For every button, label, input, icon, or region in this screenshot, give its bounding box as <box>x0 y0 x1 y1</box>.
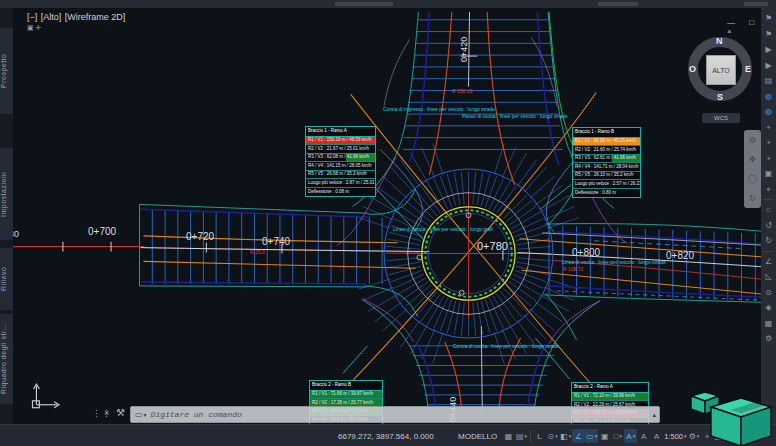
ribbon-strip <box>0 0 776 8</box>
viewcube-east[interactable]: E <box>745 64 751 74</box>
command-input[interactable]: Digitare un comando <box>151 410 242 419</box>
command-bar[interactable]: ▭ ▾ Digitare un comando ▴ <box>130 406 660 423</box>
dyninput-icon[interactable]: ▣ <box>598 432 611 441</box>
chevron-down-icon: ▾ <box>619 433 622 439</box>
command-history-caret[interactable]: ▾ <box>144 411 147 418</box>
viewcube-top-face[interactable]: ALTO <box>706 55 736 85</box>
pan-globe-icon[interactable]: ◍ <box>762 89 775 105</box>
pin-icon[interactable]: ⌖ <box>762 182 775 198</box>
ribbon-tab-mark <box>598 2 638 6</box>
ribbon-tab-mark <box>335 2 393 6</box>
scale-value[interactable]: 1:500▾ <box>663 432 687 441</box>
undo-icon[interactable]: ↺ <box>762 218 775 234</box>
navigation-bar[interactable]: ◍ ✥ ◯ ↻ <box>744 130 761 208</box>
close-icon[interactable]: × <box>727 27 738 36</box>
autoscale-icon[interactable]: A <box>637 432 650 441</box>
angle-icon[interactable]: ∠ <box>762 254 775 270</box>
stretch-icon[interactable]: + <box>762 151 775 167</box>
zoom-icon[interactable]: ◯ <box>748 174 757 183</box>
viewport-visualstyle-control[interactable]: [Wireframe 2D] <box>65 12 126 22</box>
command-expand-icon[interactable]: ▴ <box>652 411 656 419</box>
wcs-dropdown[interactable]: WCS <box>702 113 740 123</box>
selectioncycling-icon[interactable]: □▾ <box>611 432 624 441</box>
iso-icon[interactable]: ◧▾ <box>559 432 572 441</box>
command-prompt-icon: ▭ <box>135 410 143 419</box>
table-row: R5 / V5 : 26.68 m / 35.3 km/h <box>306 171 375 180</box>
table-title: Braccio 1 - Ramo A <box>306 127 375 137</box>
annoscale-icon[interactable]: A <box>650 432 663 441</box>
gear-tool-icon[interactable]: ⚙ <box>762 331 775 347</box>
table-row: R5 / V5 : 26.10 m / 35.2 km/h <box>573 172 640 181</box>
steering-wheel-icon[interactable]: ◍ <box>749 135 756 144</box>
orbit-globe-icon[interactable]: ◍ <box>762 104 775 120</box>
table-row: R2 / V2 : 21.67 m / 25.01 km/h <box>306 145 375 154</box>
station-label-0700: 0+700 <box>88 226 116 237</box>
palette-tab-rilievo[interactable]: Rilievo <box>0 248 13 310</box>
grid-tool-icon[interactable]: ▦ <box>762 316 775 332</box>
palette-tab-riquadro[interactable]: Riquadro degli str... <box>0 314 13 404</box>
grid-icon[interactable]: ▦ <box>502 432 515 441</box>
station-label-0800: 0+800 <box>572 247 600 258</box>
annotation-lane-left: Linee di corsia : linee per veicolo : lu… <box>393 226 493 232</box>
panel-icon[interactable]: ▣ <box>762 166 775 182</box>
chevron-down-icon: ▾ <box>555 433 558 439</box>
osnap-icon[interactable]: ▭▾ <box>585 429 598 443</box>
pan-icon[interactable]: ✥ <box>749 155 756 164</box>
annotation-radius-top: R 150.19 <box>452 88 472 94</box>
command-bar-customize-icon[interactable]: ⚒ <box>116 407 125 418</box>
ucs-icon <box>32 384 59 408</box>
table-row: Deflessione : 0.08 m <box>306 188 375 196</box>
palette-tab-impostazioni[interactable]: Impostazioni <box>0 148 13 240</box>
select-icon[interactable]: ▶ <box>762 42 775 58</box>
table-row: R1 / V1 : 98.98 m / 45.25 km/h <box>573 138 640 147</box>
otrack-icon[interactable]: ∠ <box>572 429 585 443</box>
command-bar-close-icon[interactable]: × <box>104 408 109 418</box>
select2-icon[interactable]: ▶ <box>762 58 775 74</box>
table-title: Braccio 2 - Ramo A <box>572 383 648 393</box>
copy-icon[interactable]: + <box>762 135 775 151</box>
station-label-0780: 0+780 <box>477 240 508 252</box>
viewport-minus-control[interactable]: [−] <box>27 12 37 22</box>
table-row: R4 / V4 : 141.71 m / 28.04 km/h <box>573 163 640 172</box>
viewport-view-control[interactable]: [Alto] <box>41 12 62 22</box>
slope-icon[interactable]: ◺ <box>762 269 775 285</box>
orbit-icon[interactable]: ↻ <box>749 194 756 203</box>
toolbar-divider <box>763 251 774 252</box>
toolbar-divider <box>763 199 774 200</box>
table-row: R1 / V1 : 72.10 m / 39.96 km/h <box>572 393 648 402</box>
swept-path-red <box>429 12 520 409</box>
polar-icon[interactable]: ⊙▾ <box>546 432 559 441</box>
minimize-icon[interactable]: — <box>727 18 741 27</box>
sheets-icon[interactable]: ▤ <box>762 73 775 89</box>
station-label-0720: 0+720 <box>186 231 214 242</box>
center-icon[interactable]: ⊙ <box>762 285 775 301</box>
road-edge-navy <box>141 12 770 409</box>
region-icon[interactable]: ◈ <box>762 300 775 316</box>
check-table-braccio1-ramoA: Braccio 1 - Ramo A R1 / V1 : 150.19 m / … <box>305 126 376 197</box>
viewcube-west[interactable]: O <box>689 64 696 74</box>
snap-icon[interactable]: ▤▾ <box>515 432 528 441</box>
annotation-exit-right: Linea di uscita : linee per veicolo : lu… <box>562 259 666 265</box>
ortho-icon[interactable]: L <box>533 432 546 441</box>
table-row: Luogo più veloce : 2.57 m / 26.23 km/h <box>573 180 640 189</box>
table-row: R4 / V4 : 141.15 m / 28.05 km/h <box>306 162 375 171</box>
annotation-exit-bottom: Corsia di uscita : linee per veicolo : l… <box>453 343 559 349</box>
move-icon[interactable]: + <box>762 120 775 136</box>
annotation-radius-left: R 25.0 <box>250 249 265 255</box>
viewport-mini-icons: ▣✛ <box>27 24 43 32</box>
redo-icon[interactable]: ↻ <box>762 233 775 249</box>
drawing-canvas[interactable] <box>0 8 776 446</box>
annotation-radius-right: R 108.72 <box>563 266 583 272</box>
annotation-entry: Corsia di ingresso : linee per veicolo :… <box>383 106 495 112</box>
viewcube[interactable]: N O E S ALTO <box>687 36 753 102</box>
left-palette-strip: Prospetto Impostazioni Rilievo Riquadro … <box>0 8 13 424</box>
home-icon[interactable]: ⌂ <box>762 202 775 218</box>
restore-icon[interactable]: □ <box>749 18 760 27</box>
viewcube-north[interactable]: N <box>716 36 723 46</box>
viewcube-south[interactable]: S <box>717 92 723 102</box>
annotation-visibility-icon[interactable]: A▾ <box>624 429 637 443</box>
road-edge-teal <box>140 12 770 409</box>
viewport-controls: [−] [Alto] [Wireframe 2D] <box>27 12 126 22</box>
palette-tab-prospetto[interactable]: Prospetto <box>0 28 13 114</box>
model-space-button[interactable]: MODELLO <box>458 432 497 441</box>
